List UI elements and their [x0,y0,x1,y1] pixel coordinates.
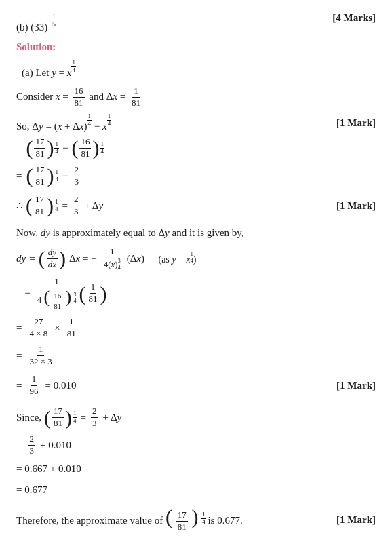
part-a-let: (a) Let y = x14 [22,60,376,81]
step6: = 1 96 = 0.010 [1 Mark] [16,372,376,400]
step9: = 0.677 [16,482,376,499]
mark2: [1 Mark] [336,200,376,212]
mark4: [1 Mark] [336,514,376,526]
step7: = 2 3 + 0.010 [16,433,376,457]
since-line: Since, ( 17 81 ) 1 4 = 2 3 + Δy [16,406,376,429]
mark3: [1 Mark] [336,380,376,391]
consider-line: Consider x = 16 81 and Δx = 1 81 [16,85,376,109]
part-b-text: (b) (33)−15 [16,12,56,33]
solution-label: Solution: [16,41,376,53]
step1: = ( 17 81 ) 1 4 − ( 16 81 ) 1 4 [16,136,376,160]
step2: = ( 17 81 ) 1 4 − 2 3 [16,164,376,188]
step4: = 27 4 × 8 × 1 81 [16,316,376,340]
mark1: [1 Mark] [336,117,376,129]
step3: = − 1 4 ( 16 81 ) 3 4 ( 1 81 ) [16,276,376,311]
part-b-line: (b) (33)−15 [4 Marks] [16,12,376,33]
step8: = 0.667 + 0.010 [16,461,376,478]
dy-formula: dy = ( dy dx ) Δx = − 1 4(x)34 (Δx) (as … [16,246,376,271]
therefore-line: ∴ ( 17 81 ) 1 4 = 2 3 + Δy [1 Mark] [16,192,376,220]
part-b-marks: [4 Marks] [332,12,376,24]
conclusion: Therefore, the approximate value of ( 17… [16,507,376,533]
now-dy: Now, dy is approximately equal to Δy and… [16,225,376,242]
delta-y-line: So, Δy = (x + Δx)14 − x14 [1 Mark] [16,113,376,132]
step5: = 1 32 × 3 [16,344,376,368]
